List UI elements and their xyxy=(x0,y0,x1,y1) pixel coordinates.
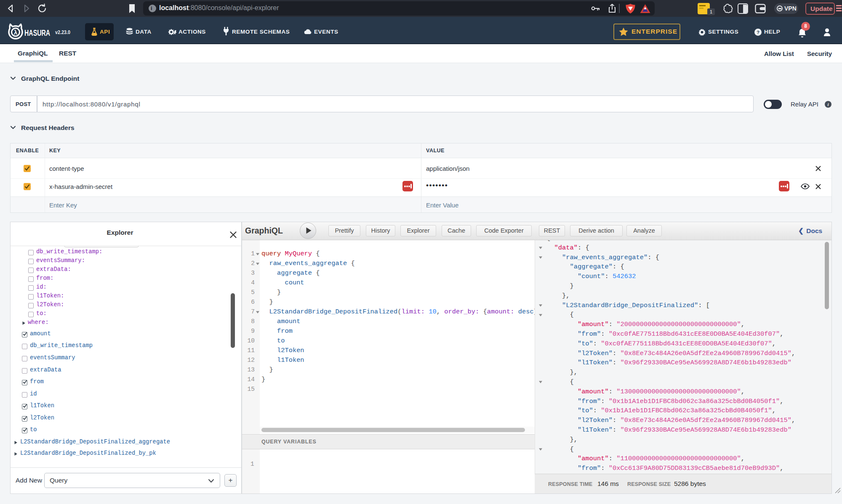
svg-text:λ: λ xyxy=(14,29,17,36)
svg-text:?: ? xyxy=(757,30,759,35)
